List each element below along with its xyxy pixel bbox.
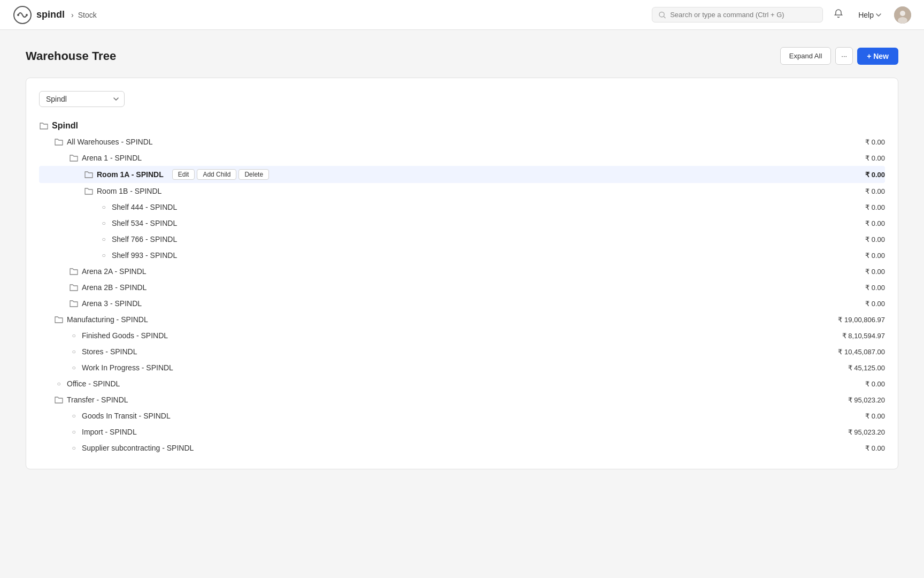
tree-row-shelf766[interactable]: Shelf 766 - SPINDL₹ 0.00	[39, 231, 885, 247]
warehouse-select-wrap: Spindl	[39, 91, 885, 107]
header-actions: Expand All ··· + New	[780, 47, 898, 65]
tree-row-left-room1b: Room 1B - SPINDL	[84, 186, 161, 196]
action-delete-button[interactable]: Delete	[238, 169, 269, 180]
tree-row-value-room1b: ₹ 0.00	[865, 187, 885, 195]
help-label: Help	[858, 11, 874, 19]
circle-icon	[69, 363, 79, 372]
tree-item-label-manufacturing: Manufacturing - SPINDL	[67, 315, 148, 324]
page-header: Warehouse Tree Expand All ··· + New	[26, 47, 898, 65]
folder-icon	[69, 299, 79, 308]
notifications-button[interactable]	[831, 6, 845, 23]
tree-row-left-shelf534: Shelf 534 - SPINDL	[99, 218, 177, 228]
tree-row-left-finished-goods: Finished Goods - SPINDL	[69, 331, 168, 340]
tree-row-all-warehouses[interactable]: All Warehouses - SPINDL₹ 0.00	[39, 134, 885, 150]
tree-item-label-office: Office - SPINDL	[67, 379, 120, 388]
tree-row-left-stores: Stores - SPINDL	[69, 347, 137, 356]
breadcrumb-sep: ›	[71, 11, 74, 19]
svg-point-7	[898, 17, 907, 24]
logo-text: spindl	[36, 9, 65, 20]
circle-icon	[69, 331, 79, 340]
tree-row-arena1[interactable]: Arena 1 - SPINDL₹ 0.00	[39, 150, 885, 166]
new-button[interactable]: + New	[857, 48, 898, 65]
folder-icon	[54, 137, 64, 147]
tree-row-room1a[interactable]: Room 1A - SPINDLEditAdd ChildDelete₹ 0.0…	[39, 166, 885, 183]
warehouse-select[interactable]: Spindl	[39, 91, 125, 107]
folder-icon	[54, 315, 64, 324]
expand-all-button[interactable]: Expand All	[780, 47, 831, 65]
folder-icon	[84, 186, 94, 196]
avatar[interactable]	[894, 6, 911, 24]
circle-icon	[99, 250, 109, 260]
folder-icon	[54, 395, 64, 405]
main-content: Warehouse Tree Expand All ··· + New Spin…	[0, 30, 924, 486]
tree-row-stores[interactable]: Stores - SPINDL₹ 10,45,087.00	[39, 344, 885, 360]
search-input[interactable]	[670, 11, 816, 19]
tree-item-label-all-warehouses: All Warehouses - SPINDL	[67, 138, 153, 146]
folder-icon	[39, 121, 49, 131]
tree-row-goods-in-transit[interactable]: Goods In Transit - SPINDL₹ 0.00	[39, 408, 885, 424]
tree-item-label-wip: Work In Progress - SPINDL	[82, 363, 173, 372]
search-bar[interactable]	[652, 7, 823, 22]
tree-row-arena2a[interactable]: Arena 2A - SPINDL₹ 0.00	[39, 263, 885, 279]
folder-icon	[84, 170, 94, 179]
tree-item-label-arena3: Arena 3 - SPINDL	[82, 299, 142, 308]
tree-root-row: Spindl	[39, 118, 885, 134]
tree-row-left-wip: Work In Progress - SPINDL	[69, 363, 173, 372]
tree-row-value-shelf993: ₹ 0.00	[865, 252, 885, 260]
tree-row-value-shelf766: ₹ 0.00	[865, 235, 885, 244]
tree-row-manufacturing[interactable]: Manufacturing - SPINDL₹ 19,00,806.97	[39, 311, 885, 328]
tree-row-finished-goods[interactable]: Finished Goods - SPINDL₹ 8,10,594.97	[39, 328, 885, 344]
tree-row-value-transfer: ₹ 95,023.20	[848, 396, 885, 404]
tree-row-transfer[interactable]: Transfer - SPINDL₹ 95,023.20	[39, 392, 885, 408]
svg-point-1	[17, 14, 19, 16]
tree-row-left-office: Office - SPINDL	[54, 379, 120, 389]
tree-row-value-stores: ₹ 10,45,087.00	[838, 348, 885, 356]
tree-row-arena3[interactable]: Arena 3 - SPINDL₹ 0.00	[39, 295, 885, 311]
circle-icon	[99, 202, 109, 212]
tree-row-left-goods-in-transit: Goods In Transit - SPINDL	[69, 411, 171, 421]
tree-row-value-arena3: ₹ 0.00	[865, 300, 885, 308]
tree-row-left-room1a: Room 1A - SPINDLEditAdd ChildDelete	[84, 169, 269, 180]
tree-row-value-wip: ₹ 45,125.00	[848, 364, 885, 372]
breadcrumb: › Stock	[71, 11, 97, 19]
tree-row-shelf534[interactable]: Shelf 534 - SPINDL₹ 0.00	[39, 215, 885, 231]
circle-icon	[99, 234, 109, 244]
tree-row-value-arena1: ₹ 0.00	[865, 154, 885, 162]
tree-item-label-stores: Stores - SPINDL	[82, 347, 137, 356]
tree-item-label-supplier-subcontracting: Supplier subcontracting - SPINDL	[82, 444, 194, 452]
more-options-button[interactable]: ···	[835, 47, 853, 65]
inline-actions-room1a: EditAdd ChildDelete	[172, 169, 269, 180]
tree-item-label-finished-goods: Finished Goods - SPINDL	[82, 331, 168, 340]
tree-item-label-arena1: Arena 1 - SPINDL	[82, 154, 142, 162]
search-icon	[659, 11, 666, 19]
folder-icon	[69, 283, 79, 292]
tree-row-room1b[interactable]: Room 1B - SPINDL₹ 0.00	[39, 183, 885, 199]
page-title: Warehouse Tree	[26, 49, 116, 63]
help-button[interactable]: Help	[854, 9, 886, 21]
tree-item-label-room1a: Room 1A - SPINDL	[97, 170, 164, 179]
action-edit-button[interactable]: Edit	[172, 169, 195, 180]
tree-row-import[interactable]: Import - SPINDL₹ 95,023.20	[39, 424, 885, 440]
breadcrumb-stock[interactable]: Stock	[78, 11, 97, 19]
tree-row-left-import: Import - SPINDL	[69, 427, 137, 437]
tree-item-label-transfer: Transfer - SPINDL	[67, 396, 128, 404]
tree-row-office[interactable]: Office - SPINDL₹ 0.00	[39, 376, 885, 392]
tree-row-supplier-subcontracting[interactable]: Supplier subcontracting - SPINDL₹ 0.00	[39, 440, 885, 456]
logo[interactable]: spindl	[13, 5, 65, 25]
tree-row-value-room1a: ₹ 0.00	[865, 171, 885, 179]
tree-row-shelf444[interactable]: Shelf 444 - SPINDL₹ 0.00	[39, 199, 885, 215]
tree-row-left-shelf766: Shelf 766 - SPINDL	[99, 234, 177, 244]
tree-row-value-import: ₹ 95,023.20	[848, 428, 885, 436]
circle-icon	[69, 427, 79, 437]
action-add-child-button[interactable]: Add Child	[197, 169, 236, 180]
tree-row-value-arena2b: ₹ 0.00	[865, 284, 885, 292]
tree-item-label-shelf766: Shelf 766 - SPINDL	[112, 235, 177, 244]
tree-row-left-manufacturing: Manufacturing - SPINDL	[54, 315, 148, 324]
tree-row-value-shelf534: ₹ 0.00	[865, 219, 885, 227]
circle-icon	[69, 347, 79, 356]
warehouse-tree-card: Spindl Spindl All Warehouses - SPINDL₹ 0…	[26, 78, 898, 469]
tree-row-arena2b[interactable]: Arena 2B - SPINDL₹ 0.00	[39, 279, 885, 295]
tree-row-shelf993[interactable]: Shelf 993 - SPINDL₹ 0.00	[39, 247, 885, 263]
tree-row-wip[interactable]: Work In Progress - SPINDL₹ 45,125.00	[39, 360, 885, 376]
tree-row-left-arena2a: Arena 2A - SPINDL	[69, 267, 147, 276]
